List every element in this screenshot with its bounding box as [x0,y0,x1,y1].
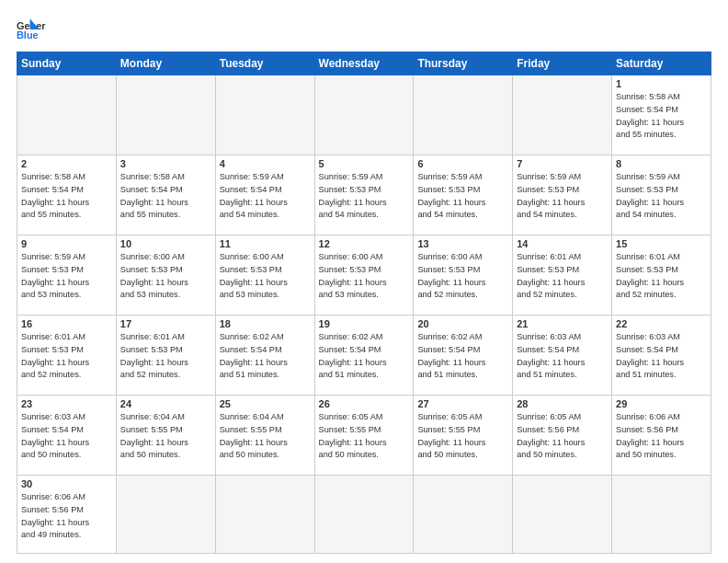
day-number: 19 [319,318,410,329]
calendar-cell: 25Sunrise: 6:04 AM Sunset: 5:55 PM Dayli… [215,396,314,476]
calendar-cell: 28Sunrise: 6:05 AM Sunset: 5:56 PM Dayli… [513,396,612,476]
day-info: Sunrise: 6:00 AM Sunset: 5:53 PM Dayligh… [319,251,410,302]
day-number: 5 [319,158,410,169]
day-number: 2 [21,158,112,169]
calendar-cell: 22Sunrise: 6:03 AM Sunset: 5:54 PM Dayli… [612,316,711,396]
day-number: 15 [616,238,707,249]
day-info: Sunrise: 6:03 AM Sunset: 5:54 PM Dayligh… [21,411,112,462]
day-info: Sunrise: 6:01 AM Sunset: 5:53 PM Dayligh… [120,331,211,382]
calendar-cell [513,476,612,554]
calendar-cell [314,476,414,554]
day-info: Sunrise: 6:04 AM Sunset: 5:55 PM Dayligh… [120,411,211,462]
calendar-cell: 18Sunrise: 6:02 AM Sunset: 5:54 PM Dayli… [215,316,314,396]
calendar-cell: 20Sunrise: 6:02 AM Sunset: 5:54 PM Dayli… [414,316,513,396]
day-info: Sunrise: 6:03 AM Sunset: 5:54 PM Dayligh… [517,331,608,382]
day-number: 4 [220,158,311,169]
calendar-cell [215,75,314,155]
day-number: 28 [517,398,608,409]
week-row-5: 23Sunrise: 6:03 AM Sunset: 5:54 PM Dayli… [17,396,711,476]
calendar-cell: 1Sunrise: 5:58 AM Sunset: 5:54 PM Daylig… [612,75,711,155]
day-number: 29 [616,398,707,409]
generalblue-icon: General Blue [17,17,46,42]
calendar-cell [513,75,612,155]
calendar-cell [215,476,314,554]
day-info: Sunrise: 6:06 AM Sunset: 5:56 PM Dayligh… [616,411,707,462]
calendar-cell: 30Sunrise: 6:06 AM Sunset: 5:56 PM Dayli… [17,476,117,554]
day-number: 14 [517,238,608,249]
calendar-cell [17,75,117,155]
day-info: Sunrise: 6:05 AM Sunset: 5:55 PM Dayligh… [417,411,508,462]
day-number: 21 [517,318,608,329]
calendar-cell: 27Sunrise: 6:05 AM Sunset: 5:55 PM Dayli… [414,396,513,476]
calendar-cell: 2Sunrise: 5:58 AM Sunset: 5:54 PM Daylig… [17,155,117,236]
calendar-cell: 21Sunrise: 6:03 AM Sunset: 5:54 PM Dayli… [513,316,612,396]
calendar-cell: 15Sunrise: 6:01 AM Sunset: 5:53 PM Dayli… [612,236,711,316]
calendar-cell: 13Sunrise: 6:00 AM Sunset: 5:53 PM Dayli… [414,236,513,316]
day-number: 11 [220,238,311,249]
calendar-cell: 9Sunrise: 5:59 AM Sunset: 5:53 PM Daylig… [17,236,117,316]
calendar-cell: 8Sunrise: 5:59 AM Sunset: 5:53 PM Daylig… [612,155,711,236]
day-info: Sunrise: 6:01 AM Sunset: 5:53 PM Dayligh… [517,251,608,302]
day-info: Sunrise: 5:59 AM Sunset: 5:53 PM Dayligh… [616,171,707,222]
weekday-header-sunday: Sunday [17,52,117,75]
day-number: 23 [21,398,112,409]
weekday-header-tuesday: Tuesday [215,52,314,75]
day-number: 3 [120,158,211,169]
day-number: 17 [120,318,211,329]
day-number: 24 [120,398,211,409]
calendar-cell: 7Sunrise: 5:59 AM Sunset: 5:53 PM Daylig… [513,155,612,236]
calendar-cell: 23Sunrise: 6:03 AM Sunset: 5:54 PM Dayli… [17,396,117,476]
day-info: Sunrise: 6:02 AM Sunset: 5:54 PM Dayligh… [417,331,508,382]
calendar-cell [314,75,414,155]
logo: General Blue [17,17,50,42]
day-number: 25 [220,398,311,409]
calendar-cell: 24Sunrise: 6:04 AM Sunset: 5:55 PM Dayli… [116,396,215,476]
calendar-cell: 4Sunrise: 5:59 AM Sunset: 5:54 PM Daylig… [215,155,314,236]
week-row-1: 1Sunrise: 5:58 AM Sunset: 5:54 PM Daylig… [17,75,711,155]
day-number: 8 [616,158,707,169]
day-info: Sunrise: 6:01 AM Sunset: 5:53 PM Dayligh… [21,331,112,382]
day-number: 16 [21,318,112,329]
page: General Blue SundayMondayTuesdayWednesda… [0,0,728,563]
day-info: Sunrise: 6:05 AM Sunset: 5:56 PM Dayligh… [517,411,608,462]
svg-text:Blue: Blue [17,29,39,40]
day-number: 18 [220,318,311,329]
day-info: Sunrise: 6:02 AM Sunset: 5:54 PM Dayligh… [319,331,410,382]
day-info: Sunrise: 5:59 AM Sunset: 5:53 PM Dayligh… [517,171,608,222]
day-info: Sunrise: 5:59 AM Sunset: 5:54 PM Dayligh… [220,171,311,222]
day-number: 1 [616,78,707,89]
day-info: Sunrise: 6:06 AM Sunset: 5:56 PM Dayligh… [21,491,112,542]
weekday-header-row: SundayMondayTuesdayWednesdayThursdayFrid… [17,52,711,75]
day-number: 20 [417,318,508,329]
calendar-cell: 3Sunrise: 5:58 AM Sunset: 5:54 PM Daylig… [116,155,215,236]
day-info: Sunrise: 5:58 AM Sunset: 5:54 PM Dayligh… [616,91,707,142]
week-row-6: 30Sunrise: 6:06 AM Sunset: 5:56 PM Dayli… [17,476,711,554]
weekday-header-saturday: Saturday [612,52,711,75]
calendar-cell: 29Sunrise: 6:06 AM Sunset: 5:56 PM Dayli… [612,396,711,476]
day-number: 12 [319,238,410,249]
calendar-cell: 19Sunrise: 6:02 AM Sunset: 5:54 PM Dayli… [314,316,414,396]
calendar-cell: 11Sunrise: 6:00 AM Sunset: 5:53 PM Dayli… [215,236,314,316]
calendar-cell: 26Sunrise: 6:05 AM Sunset: 5:55 PM Dayli… [314,396,414,476]
day-number: 22 [616,318,707,329]
week-row-4: 16Sunrise: 6:01 AM Sunset: 5:53 PM Dayli… [17,316,711,396]
day-info: Sunrise: 6:03 AM Sunset: 5:54 PM Dayligh… [616,331,707,382]
weekday-header-wednesday: Wednesday [314,52,414,75]
day-number: 27 [417,398,508,409]
calendar-cell: 5Sunrise: 5:59 AM Sunset: 5:53 PM Daylig… [314,155,414,236]
day-number: 26 [319,398,410,409]
day-info: Sunrise: 6:00 AM Sunset: 5:53 PM Dayligh… [220,251,311,302]
header: General Blue [17,17,711,42]
calendar-cell: 6Sunrise: 5:59 AM Sunset: 5:53 PM Daylig… [414,155,513,236]
calendar-cell: 17Sunrise: 6:01 AM Sunset: 5:53 PM Dayli… [116,316,215,396]
day-info: Sunrise: 6:01 AM Sunset: 5:53 PM Dayligh… [616,251,707,302]
day-number: 9 [21,238,112,249]
calendar-cell [116,476,215,554]
calendar-cell [116,75,215,155]
day-number: 13 [417,238,508,249]
day-info: Sunrise: 6:00 AM Sunset: 5:53 PM Dayligh… [417,251,508,302]
day-number: 10 [120,238,211,249]
day-info: Sunrise: 5:58 AM Sunset: 5:54 PM Dayligh… [21,171,112,222]
day-info: Sunrise: 5:59 AM Sunset: 5:53 PM Dayligh… [319,171,410,222]
weekday-header-friday: Friday [513,52,612,75]
